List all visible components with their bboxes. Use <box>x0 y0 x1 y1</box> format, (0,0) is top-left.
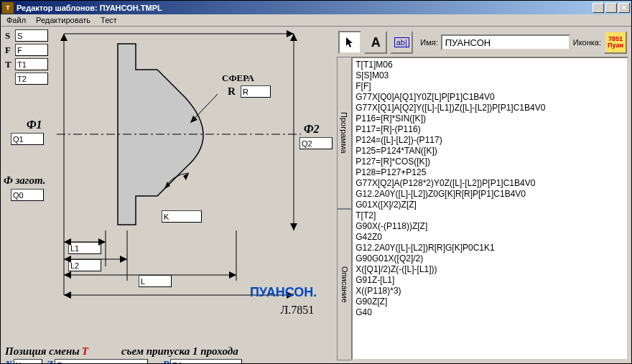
svg-marker-5 <box>290 223 297 230</box>
svg-marker-18 <box>120 256 127 263</box>
label-p: P <box>162 359 169 363</box>
label-feed: съем припуска 1 прохода <box>121 345 238 357</box>
tab-description[interactable]: Описание <box>337 209 351 361</box>
label-position-letter: T <box>82 345 88 357</box>
svg-marker-13 <box>64 238 71 246</box>
menubar: Файл Редактировать Тест <box>1 14 631 27</box>
label-phi1: Ф1 <box>27 118 42 131</box>
field-tool[interactable]: ab| <box>390 31 413 54</box>
text-tool[interactable]: A <box>364 31 387 54</box>
input-s[interactable] <box>15 29 48 42</box>
toolbar: A ab| Имя: Иконка: 7851Пуан <box>337 29 628 55</box>
label-t: T <box>5 59 15 70</box>
label-position: Позиция смены <box>5 345 80 357</box>
input-phi1[interactable] <box>11 133 44 145</box>
svg-marker-17 <box>64 256 71 263</box>
input-f[interactable] <box>15 44 48 56</box>
code-pane: A ab| Имя: Иконка: 7851Пуан Программа Оп… <box>334 27 631 363</box>
svg-marker-14 <box>98 238 106 246</box>
icon-button[interactable]: 7851Пуан <box>604 31 627 54</box>
drawing-pane: S F T Ф1 Ф2 Ф загот. СФЕРА R <box>1 27 334 363</box>
label-f: F <box>5 45 15 56</box>
svg-marker-22 <box>229 271 236 279</box>
label-icon: Иконка: <box>573 38 601 47</box>
pointer-tool[interactable] <box>338 31 361 54</box>
close-button[interactable]: × <box>618 3 630 13</box>
svg-marker-21 <box>64 271 71 279</box>
input-z[interactable] <box>55 359 148 363</box>
svg-marker-2 <box>60 34 68 41</box>
part-number: Л.7851 <box>280 304 314 317</box>
label-s: S <box>5 30 15 42</box>
maximize-button[interactable]: □ <box>605 3 617 13</box>
label-z: Z <box>47 359 53 363</box>
app-icon: T <box>2 2 14 14</box>
menu-test[interactable]: Тест <box>101 16 117 24</box>
menu-edit[interactable]: Редактировать <box>36 16 90 24</box>
titlebar: T Редактор шаблонов: ПУАНСОН.TMPL _ □ × <box>1 1 631 14</box>
input-t2[interactable] <box>15 73 48 85</box>
minimize-button[interactable]: _ <box>592 3 604 13</box>
part-name: ПУАНСОН. <box>250 285 317 300</box>
label-x: X <box>5 359 12 363</box>
menu-file[interactable]: Файл <box>6 16 26 24</box>
svg-marker-11 <box>183 173 189 180</box>
window-title: Редактор шаблонов: ПУАНСОН.TMPL <box>17 4 592 12</box>
svg-marker-25 <box>64 291 71 299</box>
label-phi-zag: Ф загот. <box>4 174 46 187</box>
input-name[interactable] <box>441 34 570 50</box>
input-t1[interactable] <box>15 58 48 70</box>
label-name: Имя: <box>420 38 437 47</box>
tab-program[interactable]: Программа <box>337 57 351 209</box>
input-p[interactable] <box>170 359 242 363</box>
program-textarea[interactable]: T[T1]M06 S[S]M03 F[F] G77X[Q0]A[Q1]Y0Z[L… <box>351 57 628 360</box>
input-x[interactable] <box>14 359 42 363</box>
input-phi-zag[interactable] <box>11 189 44 201</box>
